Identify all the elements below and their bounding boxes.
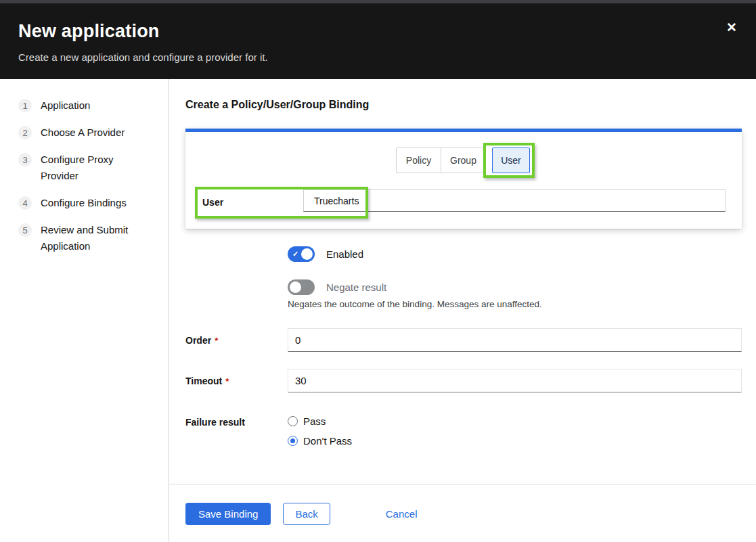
page-title: Create a Policy/User/Group Binding bbox=[185, 99, 369, 111]
failure-result-label: Failure result bbox=[185, 415, 245, 429]
footer-buttons: Save Binding Back Cancel bbox=[185, 503, 417, 525]
user-select-value: Truecharts bbox=[314, 196, 359, 206]
sidebar-item-choose-provider[interactable]: 2 Choose A Provider bbox=[18, 125, 169, 141]
radio-unchecked-icon[interactable] bbox=[288, 416, 298, 426]
enabled-toggle[interactable]: ✓ bbox=[288, 246, 315, 262]
sidebar-item-configure-bindings[interactable]: 4 Configure Bindings bbox=[18, 195, 169, 211]
timeout-label-text: Timeout bbox=[185, 376, 222, 386]
modal-subtitle: Create a new application and configure a… bbox=[18, 51, 737, 63]
radio-checked-icon[interactable] bbox=[288, 436, 298, 446]
failure-result-option-dont-pass[interactable]: Don't Pass bbox=[288, 435, 352, 447]
tab-user[interactable]: User bbox=[492, 148, 530, 173]
back-button[interactable]: Back bbox=[283, 503, 330, 525]
negate-result-help-text: Negates the outcome of the binding. Mess… bbox=[288, 299, 542, 309]
negate-result-label: Negate result bbox=[326, 281, 386, 293]
step-label: Choose A Provider bbox=[41, 125, 125, 141]
step-label: Review and Submit Application bbox=[41, 222, 142, 254]
sidebar-item-configure-proxy-provider[interactable]: 3 Configure Proxy Provider bbox=[18, 152, 169, 184]
radio-label: Pass bbox=[303, 415, 326, 427]
binding-type-card: Policy Group User User Truecharts bbox=[185, 129, 742, 229]
modal-title: New application bbox=[18, 21, 737, 42]
new-application-modal: New application Create a new application… bbox=[0, 0, 756, 542]
save-binding-button[interactable]: Save Binding bbox=[185, 503, 271, 525]
step-number-badge: 5 bbox=[18, 223, 32, 237]
step-number-badge: 1 bbox=[18, 99, 32, 112]
step-label: Application bbox=[41, 97, 90, 114]
radio-dot bbox=[290, 419, 295, 424]
tab-policy[interactable]: Policy bbox=[396, 148, 441, 173]
wizard-steps-sidebar: 1 Application 2 Choose A Provider 3 Conf… bbox=[0, 79, 169, 542]
required-asterisk: * bbox=[225, 376, 229, 386]
enabled-label: Enabled bbox=[326, 248, 363, 260]
step-number-badge: 3 bbox=[18, 153, 32, 166]
modal-header: New application Create a new application… bbox=[0, 3, 756, 79]
toggle-knob bbox=[301, 248, 313, 260]
cancel-button[interactable]: Cancel bbox=[386, 503, 418, 525]
order-label-text: Order bbox=[185, 335, 211, 346]
step-label: Configure Proxy Provider bbox=[41, 152, 142, 184]
tab-group[interactable]: Group bbox=[441, 148, 486, 173]
failure-result-option-pass[interactable]: Pass bbox=[288, 415, 326, 427]
enabled-row: ✓ Enabled bbox=[288, 246, 363, 262]
user-select-label: User bbox=[202, 189, 223, 215]
radio-label: Don't Pass bbox=[303, 435, 352, 447]
sidebar-item-review-submit[interactable]: 5 Review and Submit Application bbox=[18, 222, 169, 254]
step-number-badge: 4 bbox=[18, 196, 32, 210]
sidebar-item-application[interactable]: 1 Application bbox=[18, 97, 169, 114]
footer-divider bbox=[169, 484, 756, 484]
close-icon[interactable]: ✕ bbox=[726, 21, 737, 34]
step-label: Configure Bindings bbox=[41, 195, 127, 211]
binding-type-tab-group: Policy Group User bbox=[396, 148, 530, 173]
modal-body: 1 Application 2 Choose A Provider 3 Conf… bbox=[0, 79, 756, 542]
required-asterisk: * bbox=[215, 336, 218, 346]
order-label: Order* bbox=[185, 334, 218, 348]
binding-form: Create a Policy/User/Group Binding Polic… bbox=[169, 79, 756, 542]
negate-result-row: Negate result bbox=[288, 279, 386, 295]
timeout-input[interactable] bbox=[288, 369, 742, 392]
user-select[interactable]: Truecharts bbox=[303, 189, 726, 212]
toggle-knob bbox=[290, 281, 301, 293]
step-number-badge: 2 bbox=[18, 126, 32, 139]
negate-result-toggle[interactable] bbox=[288, 279, 315, 295]
order-input[interactable] bbox=[288, 328, 742, 352]
check-icon: ✓ bbox=[292, 250, 298, 258]
timeout-label: Timeout* bbox=[185, 374, 229, 388]
radio-dot bbox=[290, 438, 295, 443]
